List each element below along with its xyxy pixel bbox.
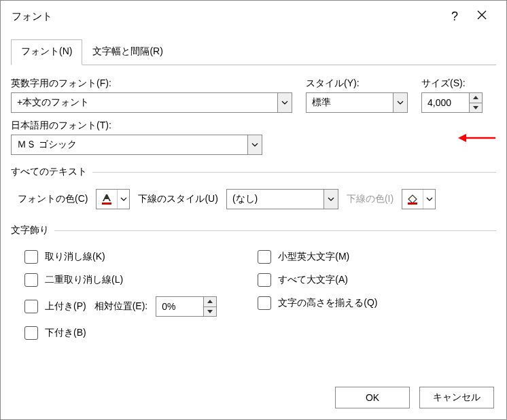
svg-marker-8 — [207, 310, 213, 313]
underline-color-label: 下線の色(I) — [347, 193, 394, 205]
size-label: サイズ(S): — [421, 77, 496, 90]
underline-style-label: 下線のスタイル(U) — [138, 193, 217, 205]
chevron-up-icon — [207, 300, 213, 303]
decorations-group: 文字飾り 取り消し線(K) 二重取り消し線(L) 上付き(P) 相対位置(E): — [11, 224, 496, 340]
all-text-legend: すべてのテキスト — [11, 166, 92, 178]
style-dropdown-button[interactable] — [393, 92, 408, 113]
svg-rect-5 — [102, 203, 111, 205]
checkbox-allcaps[interactable]: すべて大文字(A) — [258, 273, 377, 287]
asian-font-dropdown-button[interactable] — [247, 135, 262, 155]
checkbox-strikethrough[interactable]: 取り消し線(K) — [24, 250, 217, 264]
paint-bucket-icon — [406, 193, 419, 205]
svg-rect-6 — [408, 203, 417, 205]
relpos-spinner[interactable] — [156, 296, 217, 317]
dialog-footer: OK キャンセル — [1, 379, 506, 419]
font-color-button[interactable] — [96, 189, 130, 209]
asian-font-value: ＭＳ ゴシック — [11, 135, 247, 155]
ok-button[interactable]: OK — [335, 387, 410, 408]
chevron-down-icon — [120, 197, 127, 201]
dialog-title: フォント — [12, 10, 441, 23]
checkbox-subscript[interactable]: 下付き(B) — [24, 326, 217, 340]
chevron-up-icon — [473, 96, 478, 99]
font-dialog: フォント ? フォント(N) 文字幅と間隔(R) 英数字用のフォント(F): ス… — [0, 0, 507, 420]
chevron-down-icon — [426, 197, 433, 201]
chevron-down-icon — [473, 106, 478, 109]
style-label: スタイル(Y): — [306, 77, 408, 90]
western-font-combo[interactable] — [11, 92, 292, 113]
relpos-spin-down[interactable] — [204, 307, 216, 317]
chevron-down-icon — [397, 101, 404, 105]
svg-marker-3 — [473, 106, 478, 109]
font-color-icon — [101, 193, 113, 205]
western-font-dropdown-button[interactable] — [277, 92, 292, 113]
checkbox-equalize-height[interactable]: 文字の高さを揃える(Q) — [258, 296, 377, 310]
relpos-spin-up[interactable] — [204, 297, 216, 307]
help-icon[interactable]: ? — [441, 10, 468, 24]
chevron-down-icon — [281, 101, 288, 105]
titlebar: フォント ? — [1, 1, 506, 32]
svg-marker-2 — [473, 96, 478, 99]
underline-style-value: (なし) — [226, 189, 324, 209]
relpos-label: 相対位置(E): — [94, 300, 148, 313]
tab-strip: フォント(N) 文字幅と間隔(R) — [11, 39, 496, 65]
size-input[interactable] — [421, 92, 469, 113]
cancel-button[interactable]: キャンセル — [419, 387, 494, 408]
underline-style-dropdown-button[interactable] — [324, 189, 338, 209]
checkbox-superscript[interactable]: 上付き(P) — [24, 300, 86, 313]
checkbox-smallcaps[interactable]: 小型英大文字(M) — [258, 250, 377, 264]
size-spinner[interactable] — [421, 92, 496, 113]
western-font-label: 英数字用のフォント(F): — [11, 77, 292, 90]
tab-font[interactable]: フォント(N) — [11, 39, 82, 65]
underline-style-combo[interactable]: (なし) — [226, 189, 338, 209]
chevron-down-icon — [207, 310, 213, 313]
asian-font-label: 日本語用のフォント(T): — [11, 120, 262, 132]
svg-marker-7 — [207, 300, 213, 303]
tab-spacing[interactable]: 文字幅と間隔(R) — [82, 39, 173, 65]
font-color-label: フォントの色(C) — [18, 193, 88, 205]
underline-color-button[interactable] — [402, 189, 436, 209]
close-icon[interactable] — [468, 10, 495, 22]
size-spin-down[interactable] — [470, 103, 482, 113]
checkbox-double-strikethrough[interactable]: 二重取り消し線(L) — [24, 273, 217, 287]
chevron-down-icon — [328, 197, 334, 201]
svg-marker-4 — [103, 194, 111, 201]
all-text-group: すべてのテキスト フォントの色(C) 下線のスタイル(U) (なし) — [11, 166, 496, 213]
western-font-input[interactable] — [11, 92, 277, 113]
relpos-input[interactable] — [156, 296, 203, 317]
style-combo[interactable]: 標準 — [306, 92, 408, 113]
chevron-down-icon — [251, 143, 258, 147]
size-spin-up[interactable] — [470, 93, 482, 103]
style-value: 標準 — [306, 92, 393, 113]
asian-font-combo[interactable]: ＭＳ ゴシック — [11, 135, 262, 155]
decorations-legend: 文字飾り — [11, 224, 54, 237]
